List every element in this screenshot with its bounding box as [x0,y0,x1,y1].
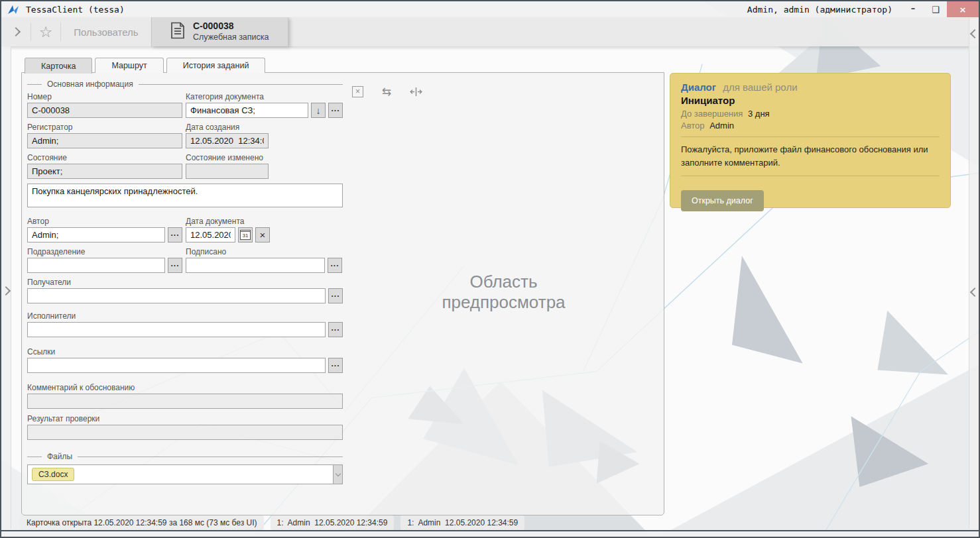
tab-doc-type: Служебная записка [193,32,269,43]
preview-placeholder: Область предпросмотра [343,272,664,313]
field-label-created: Дата создания [186,123,269,132]
close-preview-button[interactable]: × [352,86,363,97]
created-date-field[interactable] [186,133,269,148]
current-user-label: Admin, admin (администратор) [747,5,892,15]
category-field[interactable] [186,103,308,118]
tab-user[interactable]: Пользователь [61,17,151,46]
split-preview-button[interactable] [410,87,422,97]
field-label-registrar: Регистратор [27,123,182,132]
files-list[interactable]: СЗ.docx [27,464,333,484]
close-icon: × [959,5,967,15]
ellipsis-icon: ... [331,104,339,113]
tab-document-active[interactable]: С-000038 Служебная записка [151,17,288,46]
chevron-right-icon [11,27,21,36]
status-bar: Карточка открыта 12.05.2020 12:34:59 за … [20,515,524,530]
category-dropdown-button[interactable]: ↓ [311,103,326,118]
group-files: Файлы [27,452,343,461]
dialog-subtitle: для вашей роли [723,81,797,93]
chevron-left-icon [970,29,979,38]
expand-tabs-button[interactable] [1,17,31,46]
justification-comment-field[interactable] [27,394,343,409]
dialog-message: Пожалуйста, приложите файл финансового о… [681,143,934,170]
main-tab-bar: ☆ Пользователь С-000038 Служебная записк… [1,17,979,46]
ellipsis-icon: ... [330,259,339,268]
divider [681,136,940,137]
category-select-button[interactable]: ... [328,103,343,118]
star-icon: ☆ [39,25,53,40]
task-dialog-panel: Диалог для вашей роли Инициатор До завер… [670,73,951,208]
field-label-author: Автор [27,217,182,226]
check-result-field[interactable] [27,425,343,440]
status-card-opened: Карточка открыта 12.05.2020 12:34:59 за … [20,515,264,530]
right-collapse-strip[interactable] [969,19,979,529]
ellipsis-icon: ... [331,359,339,368]
dialog-author-label: Автор [681,121,705,131]
field-label-category: Категория документа [186,92,342,101]
ellipsis-icon: ... [170,259,179,268]
swap-arrows-icon: ⇆ [382,85,391,98]
left-collapse-strip[interactable] [1,46,11,529]
maximize-icon: ❑ [932,5,940,15]
preview-toolbar: × ⇆ [352,85,422,98]
field-label-justification-comment: Комментарий к обоснованию [27,383,343,392]
author-select-button[interactable]: ... [168,227,182,242]
recipients-select-button[interactable]: ... [328,288,343,303]
dialog-author-value: Admin [709,121,734,131]
department-select-button[interactable]: ... [168,258,182,273]
performers-field[interactable] [27,322,326,337]
field-label-doc-date: Дата документа [186,217,342,226]
performers-select-button[interactable]: ... [328,322,343,337]
app-logo-icon [8,5,19,15]
window-title: TessaClient (tessa) [26,5,125,15]
document-icon [170,22,185,42]
favorites-button[interactable]: ☆ [31,17,60,46]
subtab-card[interactable]: Карточка [25,58,92,74]
deadline-label: До завершения [681,109,743,119]
ellipsis-icon: ... [331,323,339,333]
status-task-1[interactable]: 1: Admin 12.05.2020 12:34:59 [271,515,395,530]
card-form: Основная информация Номер Категория доку… [27,80,343,484]
swap-preview-button[interactable]: ⇆ [382,85,391,98]
links-select-button[interactable]: ... [328,358,343,373]
field-label-signed: Подписано [186,247,342,256]
department-field[interactable] [27,258,165,273]
state-field[interactable] [27,164,182,179]
links-field[interactable] [27,358,326,373]
author-field[interactable] [27,227,165,242]
field-label-performers: Исполнители [27,311,343,321]
registrar-field[interactable] [27,133,182,148]
subject-textarea[interactable]: Покупка канцелярских принадлежностей. [27,184,343,207]
field-label-check-result: Результат проверки [27,414,343,423]
signed-select-button[interactable]: ... [328,258,342,273]
signed-field[interactable] [186,258,325,273]
title-bar: TessaClient (tessa) Admin, admin (админи… [1,1,979,17]
ellipsis-icon: ... [170,229,179,238]
minimize-icon: – [911,3,916,13]
split-arrows-icon [410,87,422,97]
card-panel: Основная информация Номер Категория доку… [21,72,664,515]
subtab-route[interactable]: Маршрут [95,58,163,73]
maximize-button[interactable]: ❑ [924,1,947,17]
preview-placeholder-line1: Область [343,272,664,292]
clear-icon: × [260,229,266,241]
doc-date-field[interactable] [186,227,235,242]
window-footer-strip [1,531,979,537]
doc-date-calendar-button[interactable]: 31 [238,227,253,242]
recipients-field[interactable] [27,288,326,303]
open-dialog-button[interactable]: Открыть диалог [681,190,764,211]
close-button[interactable]: × [947,1,979,17]
divider [681,176,940,176]
minimize-button[interactable]: – [902,1,924,17]
files-dropdown-button[interactable] [333,464,343,484]
status-task-2[interactable]: 1: Admin 12.05.2020 12:34:59 [400,515,524,530]
subtab-task-history[interactable]: История заданий [166,58,266,73]
doc-date-clear-button[interactable]: × [255,227,270,242]
file-item[interactable]: СЗ.docx [32,468,74,481]
close-preview-icon: × [355,87,360,95]
number-field[interactable] [27,103,182,118]
chevron-right-icon [1,286,11,296]
state-changed-field[interactable] [186,164,269,179]
field-label-state-changed: Состояние изменено [186,153,269,162]
card-subtabs: Карточка Маршрут История заданий [25,58,265,74]
field-label-number: Номер [27,92,182,101]
